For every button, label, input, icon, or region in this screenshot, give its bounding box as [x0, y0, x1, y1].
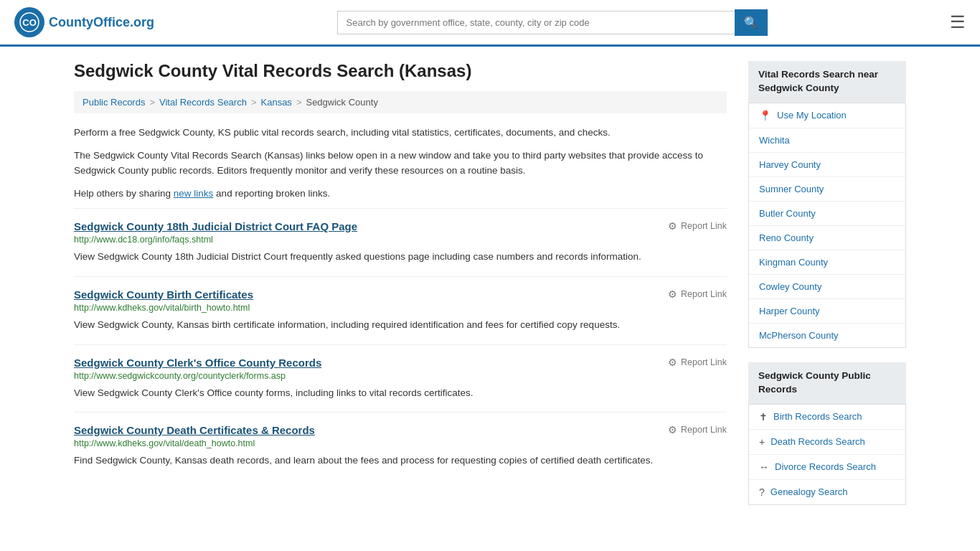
result-title[interactable]: Sedgwick County Birth Certificates: [74, 288, 253, 301]
search-icon: 🔍: [744, 17, 758, 29]
svg-text:CO: CO: [22, 17, 37, 28]
report-link-label: Report Link: [681, 425, 727, 435]
new-links-link[interactable]: new links: [174, 188, 214, 199]
public-records-link-item: +Death Records Search: [749, 430, 905, 455]
public-records-link[interactable]: Genealogy Search: [771, 486, 848, 497]
result-item: Sedgwick County Birth Certificates ⚙ Rep…: [74, 276, 727, 344]
pub-record-icon: +: [759, 436, 765, 448]
nearby-link-item: Wichita: [749, 128, 905, 153]
nearby-link-item: 📍Use My Location: [749, 103, 905, 128]
public-records-title: Sedgwick County Public Records: [758, 369, 896, 397]
nearby-title: Vital Records Search near Sedgwick Count…: [758, 68, 896, 95]
public-records-link-item: ↔Divorce Records Search: [749, 455, 905, 480]
nearby-link[interactable]: Harper County: [759, 306, 820, 316]
breadcrumb-public-records[interactable]: Public Records: [83, 97, 145, 108]
result-header: Sedgwick County Clerk's Office County Re…: [74, 357, 727, 369]
logo-area: CO CountyOffice.org: [14, 7, 154, 37]
result-url[interactable]: http://www.kdheks.gov/vital/death_howto.…: [74, 438, 727, 448]
nearby-links: 📍Use My LocationWichitaHarvey CountySumn…: [748, 103, 906, 348]
menu-icon[interactable]: ☰: [950, 12, 966, 32]
report-link-label: Report Link: [681, 289, 727, 299]
public-records-links: ✝Birth Records Search+Death Records Sear…: [748, 404, 906, 505]
result-url[interactable]: http://www.dc18.org/info/faqs.shtml: [74, 235, 727, 245]
report-link-button[interactable]: ⚙ Report Link: [668, 424, 727, 435]
search-area: 🔍: [337, 9, 768, 36]
result-desc: Find Sedgwick County, Kansas death recor…: [74, 453, 727, 468]
report-link-label: Report Link: [681, 221, 727, 231]
nearby-link-item: Cowley County: [749, 275, 905, 299]
sidebar: Vital Records Search near Sedgwick Count…: [748, 61, 906, 519]
pub-record-icon: ✝: [759, 411, 768, 423]
result-title[interactable]: Sedgwick County Clerk's Office County Re…: [74, 357, 321, 369]
public-records-link[interactable]: Birth Records Search: [773, 411, 862, 422]
public-records-link[interactable]: Death Records Search: [771, 436, 865, 447]
breadcrumb-current: Sedgwick County: [306, 97, 377, 108]
result-title[interactable]: Sedgwick County Death Certificates & Rec…: [74, 424, 315, 436]
result-title[interactable]: Sedgwick County 18th Judicial District C…: [74, 220, 357, 232]
result-header: Sedgwick County 18th Judicial District C…: [74, 220, 727, 232]
nearby-link[interactable]: Sumner County: [759, 184, 824, 194]
location-icon: 📍: [759, 110, 771, 121]
logo-icon: CO: [14, 7, 44, 37]
intro-para3: Help others by sharing new links and rep…: [74, 186, 727, 202]
intro-para1: Perform a free Sedgwick County, KS publi…: [74, 125, 727, 141]
public-records-link[interactable]: Divorce Records Search: [775, 461, 876, 472]
result-item: Sedgwick County Death Certificates & Rec…: [74, 412, 727, 480]
nearby-link-item: McPherson County: [749, 324, 905, 347]
result-url[interactable]: http://www.kdheks.gov/vital/birth_howto.…: [74, 303, 727, 313]
result-header: Sedgwick County Death Certificates & Rec…: [74, 424, 727, 436]
result-item: Sedgwick County Clerk's Office County Re…: [74, 344, 727, 413]
breadcrumb-kansas[interactable]: Kansas: [261, 97, 292, 108]
nearby-section-header: Vital Records Search near Sedgwick Count…: [748, 61, 906, 103]
nearby-link[interactable]: Cowley County: [759, 281, 821, 292]
public-records-link-item: ✝Birth Records Search: [749, 405, 905, 430]
public-records-link-item: ?Genealogy Search: [749, 480, 905, 504]
pub-record-icon: ↔: [759, 461, 769, 473]
report-link-button[interactable]: ⚙ Report Link: [668, 220, 727, 232]
search-input[interactable]: [337, 11, 735, 34]
nearby-link[interactable]: Reno County: [759, 232, 814, 243]
result-item: Sedgwick County 18th Judicial District C…: [74, 208, 727, 276]
result-desc: View Sedgwick County, Kansas birth certi…: [74, 317, 727, 333]
nearby-link[interactable]: Kingman County: [759, 257, 828, 268]
nearby-link-item: Sumner County: [749, 177, 905, 202]
pub-record-icon: ?: [759, 486, 765, 498]
report-link-label: Report Link: [681, 357, 727, 367]
report-icon: ⚙: [668, 220, 677, 232]
intro-para2: The Sedgwick County Vital Records Search…: [74, 148, 727, 179]
report-link-button[interactable]: ⚙ Report Link: [668, 357, 727, 368]
breadcrumb-vital-records[interactable]: Vital Records Search: [159, 97, 247, 108]
public-records-section-header: Sedgwick County Public Records: [748, 362, 906, 404]
page-title: Sedgwick County Vital Records Search (Ka…: [74, 61, 727, 81]
nearby-link[interactable]: Harvey County: [759, 159, 821, 170]
report-link-button[interactable]: ⚙ Report Link: [668, 288, 727, 300]
nearby-link-item: Kingman County: [749, 250, 905, 275]
nearby-link[interactable]: Wichita: [759, 135, 790, 146]
result-desc: View Sedgwick County Clerk's Office coun…: [74, 385, 727, 401]
result-url[interactable]: http://www.sedgwickcounty.org/countycler…: [74, 371, 727, 381]
result-desc: View Sedgwick County 18th Judicial Distr…: [74, 249, 727, 265]
result-header: Sedgwick County Birth Certificates ⚙ Rep…: [74, 288, 727, 301]
nearby-link-item: Harvey County: [749, 153, 905, 177]
nearby-link[interactable]: Use My Location: [777, 110, 847, 121]
main-content: Sedgwick County Vital Records Search (Ka…: [60, 47, 920, 534]
nearby-link-item: Reno County: [749, 226, 905, 250]
report-icon: ⚙: [668, 288, 677, 300]
report-icon: ⚙: [668, 357, 677, 368]
results-list: Sedgwick County 18th Judicial District C…: [74, 208, 727, 479]
content-area: Sedgwick County Vital Records Search (Ka…: [74, 61, 727, 519]
nearby-link[interactable]: McPherson County: [759, 330, 839, 341]
nearby-link[interactable]: Butler County: [759, 208, 816, 219]
header: CO CountyOffice.org 🔍 ☰: [0, 0, 980, 47]
report-icon: ⚙: [668, 424, 677, 435]
search-button[interactable]: 🔍: [735, 9, 768, 36]
logo-text: CountyOffice.org: [49, 15, 154, 30]
breadcrumb: Public Records > Vital Records Search > …: [74, 91, 727, 113]
nearby-link-item: Harper County: [749, 299, 905, 324]
nearby-link-item: Butler County: [749, 202, 905, 226]
